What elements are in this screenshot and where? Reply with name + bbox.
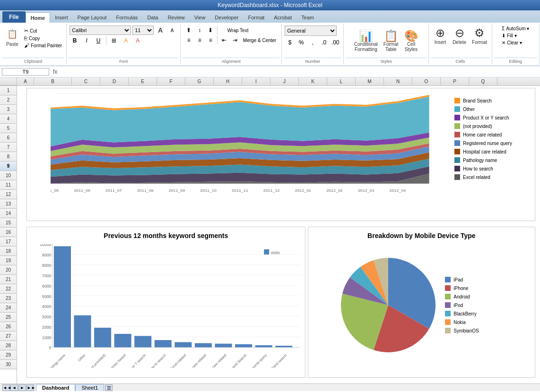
tab-page-layout[interactable]: Page Layout	[73, 12, 112, 23]
row-header-17[interactable]: 17	[0, 237, 17, 247]
format-button[interactable]: ⚙ Format	[470, 26, 489, 46]
merge-center-button[interactable]: Merge & Center	[241, 35, 279, 45]
clear-button[interactable]: ✕ Clear ▾	[500, 40, 523, 46]
sheet-tab-sheet1[interactable]: Sheet1	[75, 384, 104, 391]
tab-insert[interactable]: Insert	[50, 12, 73, 23]
font-size-select[interactable]: 11	[132, 26, 154, 35]
row-header-3[interactable]: 3	[0, 105, 17, 114]
tab-review[interactable]: Review	[163, 12, 190, 23]
row-header-29[interactable]: 29	[0, 350, 17, 360]
select-all-button[interactable]	[0, 77, 17, 85]
sheet-tab-dashboard[interactable]: Dashboard	[36, 384, 75, 391]
percent-button[interactable]: %	[296, 38, 306, 47]
col-header-P[interactable]: P	[441, 77, 469, 85]
col-header-B[interactable]: B	[34, 77, 72, 85]
row-header-14[interactable]: 14	[0, 209, 17, 218]
row-header-21[interactable]: 21	[0, 275, 17, 284]
row-header-13[interactable]: 13	[0, 199, 17, 209]
wrap-text-button[interactable]: Wrap Text	[219, 26, 257, 35]
align-center-button[interactable]: ≡	[194, 35, 205, 45]
col-header-A[interactable]: A	[17, 77, 34, 85]
sheet-nav-first[interactable]: ◄◄	[2, 384, 10, 391]
decrease-font-button[interactable]: A	[167, 26, 177, 35]
tab-formulas[interactable]: Formulas	[112, 12, 143, 23]
autosum-button[interactable]: Σ AutoSum ▾	[500, 26, 531, 32]
increase-font-button[interactable]: A	[155, 26, 165, 35]
row-header-1[interactable]: 1	[0, 86, 17, 95]
col-header-F[interactable]: F	[157, 77, 185, 85]
fill-color-button[interactable]: A	[121, 36, 131, 45]
col-header-L[interactable]: L	[327, 77, 356, 85]
col-header-Q[interactable]: Q	[469, 77, 497, 85]
row-header-11[interactable]: 11	[0, 180, 17, 190]
tab-acrobat[interactable]: Acrobat	[269, 12, 296, 23]
insert-button[interactable]: ⊕ Insert	[432, 26, 449, 46]
col-header-J[interactable]: J	[270, 77, 299, 85]
col-header-O[interactable]: O	[412, 77, 441, 85]
indent-decrease-button[interactable]: ⇤	[219, 35, 229, 45]
increase-decimal-button[interactable]: .0	[319, 38, 329, 47]
row-header-5[interactable]: 5	[0, 124, 17, 133]
tab-view[interactable]: View	[190, 12, 210, 23]
bold-button[interactable]: B	[70, 36, 80, 45]
sheet-nav-next[interactable]: ►	[18, 384, 26, 391]
row-header-9[interactable]: 9	[0, 162, 17, 171]
col-header-K[interactable]: K	[299, 77, 327, 85]
sheet-nav-prev[interactable]: ◄	[10, 384, 18, 391]
decrease-decimal-button[interactable]: .00	[330, 38, 340, 47]
row-header-23[interactable]: 23	[0, 294, 17, 303]
align-middle-button[interactable]: ↕	[194, 26, 205, 35]
comma-button[interactable]: ,	[307, 38, 318, 47]
col-header-M[interactable]: M	[356, 77, 384, 85]
row-header-30[interactable]: 30	[0, 360, 17, 369]
fill-button[interactable]: ⬇ Fill ▾	[500, 33, 518, 39]
row-header-15[interactable]: 15	[0, 218, 17, 228]
col-header-G[interactable]: G	[185, 77, 214, 85]
borders-button[interactable]: ⊞	[109, 36, 119, 45]
row-header-19[interactable]: 19	[0, 256, 17, 265]
tab-data[interactable]: Data	[142, 12, 163, 23]
row-header-25[interactable]: 25	[0, 313, 17, 322]
row-header-2[interactable]: 2	[0, 95, 17, 105]
col-header-I[interactable]: I	[242, 77, 270, 85]
col-header-H[interactable]: H	[214, 77, 242, 85]
underline-button[interactable]: U	[93, 36, 104, 45]
col-header-C[interactable]: C	[72, 77, 100, 85]
row-header-22[interactable]: 22	[0, 284, 17, 294]
row-header-26[interactable]: 26	[0, 322, 17, 332]
paste-button[interactable]: 📋 Paste	[3, 26, 22, 48]
currency-button[interactable]: $	[285, 38, 295, 47]
horizontal-scrollbar[interactable]: ◄◄ ◄ ► ►► Dashboard Sheet1 ☰	[0, 383, 540, 391]
cut-button[interactable]: ✂ Cut	[23, 27, 63, 34]
align-right-button[interactable]: ≡	[205, 35, 216, 45]
tab-format[interactable]: Format	[244, 12, 270, 23]
number-format-select[interactable]: General	[285, 26, 337, 36]
tab-file[interactable]: File	[2, 11, 26, 23]
insert-sheet-button[interactable]: ☰	[105, 384, 113, 391]
row-header-7[interactable]: 7	[0, 143, 17, 152]
name-box[interactable]	[2, 68, 49, 76]
format-painter-button[interactable]: 🖌 Format Painter	[23, 42, 63, 49]
col-header-E[interactable]: E	[129, 77, 157, 85]
row-header-6[interactable]: 6	[0, 133, 17, 143]
font-color-button[interactable]: A	[132, 36, 143, 45]
row-header-4[interactable]: 4	[0, 114, 17, 124]
row-header-10[interactable]: 10	[0, 171, 17, 180]
tab-home[interactable]: Home	[26, 12, 51, 23]
conditional-formatting-button[interactable]: 📊 ConditionalFormatting	[352, 29, 380, 53]
format-as-table-button[interactable]: 📋 FormatTable	[382, 29, 401, 53]
align-bottom-button[interactable]: ⬇	[205, 26, 216, 35]
formula-input[interactable]	[61, 68, 538, 75]
row-header-24[interactable]: 24	[0, 303, 17, 313]
row-header-20[interactable]: 20	[0, 265, 17, 275]
align-left-button[interactable]: ≡	[183, 35, 194, 45]
italic-button[interactable]: I	[81, 36, 92, 45]
copy-button[interactable]: ⎘ Copy	[23, 35, 63, 42]
col-header-N[interactable]: N	[384, 77, 412, 85]
function-button[interactable]: fx	[51, 68, 59, 75]
indent-increase-button[interactable]: ⇥	[230, 35, 240, 45]
tab-developer[interactable]: Developer	[210, 12, 243, 23]
row-header-27[interactable]: 27	[0, 332, 17, 341]
col-header-D[interactable]: D	[100, 77, 129, 85]
row-header-28[interactable]: 28	[0, 341, 17, 350]
